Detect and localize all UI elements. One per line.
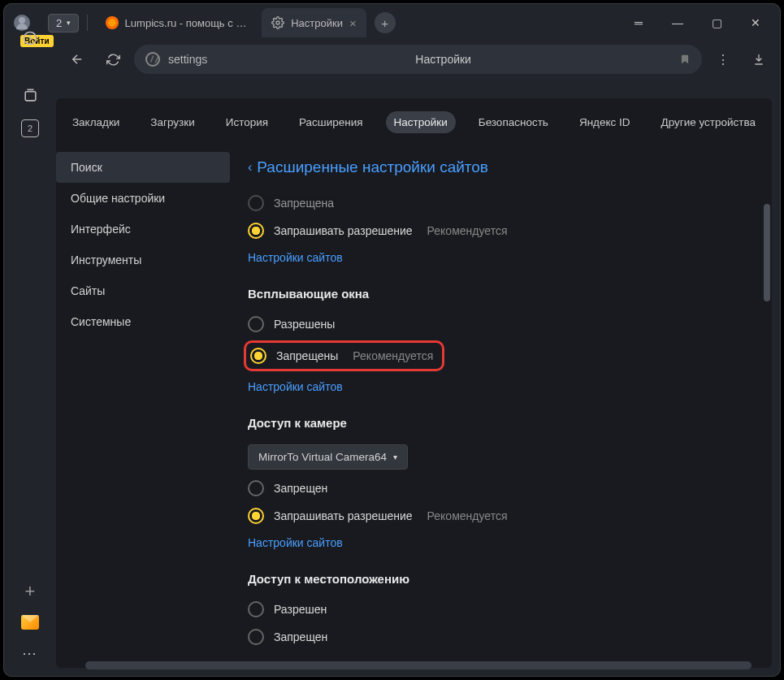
- topnav-yandex-id[interactable]: Яндекс ID: [571, 111, 639, 133]
- chevron-left-icon: ‹: [248, 160, 252, 175]
- settings-leftnav: Поиск Общие настройки Интерфейс Инструме…: [56, 145, 230, 668]
- radio-checked-icon: [250, 348, 266, 364]
- leftnav-sites[interactable]: Сайты: [56, 275, 230, 306]
- window-controls: ═ — ▢ ✕: [630, 16, 773, 29]
- back-button[interactable]: [63, 45, 92, 74]
- downloads-button[interactable]: [744, 45, 773, 74]
- settings-topnav: Закладки Загрузки История Расширения Нас…: [56, 98, 772, 145]
- sidebar-rail: 2 + ⋯: [4, 59, 56, 676]
- address-text: settings: [168, 53, 207, 66]
- tabs-badge[interactable]: 2: [21, 119, 39, 137]
- address-bar[interactable]: settings Настройки: [134, 45, 702, 74]
- close-icon[interactable]: ×: [349, 16, 357, 30]
- collections-icon[interactable]: [20, 85, 40, 105]
- section-camera-title: Доступ к камере: [248, 400, 747, 440]
- site-settings-link[interactable]: Настройки сайтов: [248, 374, 343, 400]
- leftnav-search[interactable]: Поиск: [56, 152, 230, 183]
- leftnav-tools[interactable]: Инструменты: [56, 245, 230, 275]
- topnav-downloads[interactable]: Загрузки: [142, 111, 202, 133]
- radio-camera-blocked[interactable]: Запрещен: [248, 474, 747, 502]
- site-settings-link[interactable]: Настройки сайтов: [248, 245, 343, 271]
- radio-icon: [248, 316, 264, 332]
- leftnav-system[interactable]: Системные: [56, 306, 230, 337]
- recommended-label: Рекомендуется: [353, 349, 433, 362]
- settings-body: Поиск Общие настройки Интерфейс Инструме…: [56, 145, 772, 668]
- mail-icon[interactable]: [20, 613, 40, 632]
- page-title-row[interactable]: ‹ Расширенные настройки сайтов: [248, 145, 747, 189]
- scrollbar-thumb[interactable]: [764, 204, 770, 301]
- bookmark-icon[interactable]: [679, 53, 691, 66]
- radio-option-ask[interactable]: Запрашивать разрешение Рекомендуется: [248, 217, 747, 245]
- add-icon[interactable]: +: [20, 582, 40, 601]
- more-button[interactable]: ⋮: [708, 45, 738, 74]
- yandex-icon: [145, 52, 160, 67]
- highlight-annotation: Запрещены Рекомендуется: [244, 340, 444, 371]
- divider: [87, 15, 88, 31]
- topnav-extensions[interactable]: Расширения: [291, 111, 371, 133]
- reload-button[interactable]: [98, 45, 128, 74]
- new-tab-button[interactable]: +: [375, 12, 396, 33]
- menu-icon[interactable]: ═: [630, 16, 647, 29]
- page-title: Расширенные настройки сайтов: [257, 158, 488, 176]
- site-settings-link[interactable]: Настройки сайтов: [248, 530, 343, 556]
- radio-location-blocked[interactable]: Запрещен: [248, 623, 747, 651]
- chevron-down-icon: ▾: [67, 19, 71, 27]
- toolbar: settings Настройки ⋮: [4, 41, 780, 77]
- tab-inactive[interactable]: Lumpics.ru - помощь с ком: [96, 8, 258, 37]
- close-window-icon[interactable]: ✕: [747, 16, 764, 29]
- section-location-title: Доступ к местоположению: [248, 556, 747, 596]
- radio-popups-blocked[interactable]: Запрещены Рекомендуется: [248, 344, 435, 367]
- tab-active[interactable]: Настройки ×: [262, 8, 366, 37]
- tab-counter[interactable]: 2 ▾: [48, 14, 79, 32]
- address-title: Настройки: [207, 53, 679, 66]
- radio-option-truncated[interactable]: Запрещена: [248, 189, 747, 217]
- tab-label: Настройки: [291, 17, 343, 29]
- radio-popups-allowed[interactable]: Разрешены: [248, 310, 747, 338]
- camera-select[interactable]: MirrorTo Virtual Camera64 ▾: [248, 444, 408, 470]
- topnav-devices[interactable]: Другие устройства: [653, 111, 765, 133]
- settings-main: ‹ Расширенные настройки сайтов Запрещена…: [230, 145, 772, 668]
- radio-icon: [248, 480, 264, 496]
- radio-icon: [248, 629, 264, 645]
- recommended-label: Рекомендуется: [427, 509, 508, 522]
- tab-count-value: 2: [56, 17, 62, 29]
- maximize-icon[interactable]: ▢: [708, 16, 725, 29]
- minimize-icon[interactable]: —: [669, 16, 686, 29]
- tab-label: Lumpics.ru - помощь с ком: [125, 17, 249, 29]
- svg-point-0: [276, 21, 279, 24]
- horizontal-scrollbar-thumb[interactable]: [85, 661, 752, 669]
- radio-checked-icon: [248, 508, 264, 524]
- radio-checked-icon: [248, 223, 264, 239]
- title-bar: Войти 2 ▾ Lumpics.ru - помощь с ком Наст…: [4, 4, 780, 41]
- radio-location-allowed[interactable]: Разрешен: [248, 596, 747, 623]
- section-popups-title: Всплывающие окна: [248, 271, 747, 310]
- topnav-security[interactable]: Безопасность: [470, 111, 557, 133]
- radio-icon: [248, 601, 264, 617]
- chevron-down-icon: ▾: [393, 453, 397, 461]
- svg-rect-2: [25, 91, 36, 100]
- settings-favicon: [271, 16, 284, 29]
- leftnav-general[interactable]: Общие настройки: [56, 183, 230, 214]
- topnav-bookmarks[interactable]: Закладки: [64, 111, 128, 133]
- camera-device-label: MirrorTo Virtual Camera64: [258, 451, 387, 463]
- recommended-label: Рекомендуется: [427, 224, 508, 237]
- lumpics-favicon: [106, 16, 118, 29]
- content-area: Закладки Загрузки История Расширения Нас…: [56, 98, 772, 668]
- radio-camera-ask[interactable]: Запрашивать разрешение Рекомендуется: [248, 502, 747, 530]
- browser-window: Войти 2 ▾ Lumpics.ru - помощь с ком Наст…: [3, 3, 781, 677]
- history-icon[interactable]: [20, 28, 40, 48]
- topnav-history[interactable]: История: [218, 111, 276, 133]
- radio-icon: [248, 195, 264, 211]
- more-apps-icon[interactable]: ⋯: [20, 643, 40, 663]
- topnav-settings[interactable]: Настройки: [386, 111, 456, 133]
- leftnav-interface[interactable]: Интерфейс: [56, 214, 230, 245]
- horizontal-scrollbar[interactable]: [53, 661, 778, 671]
